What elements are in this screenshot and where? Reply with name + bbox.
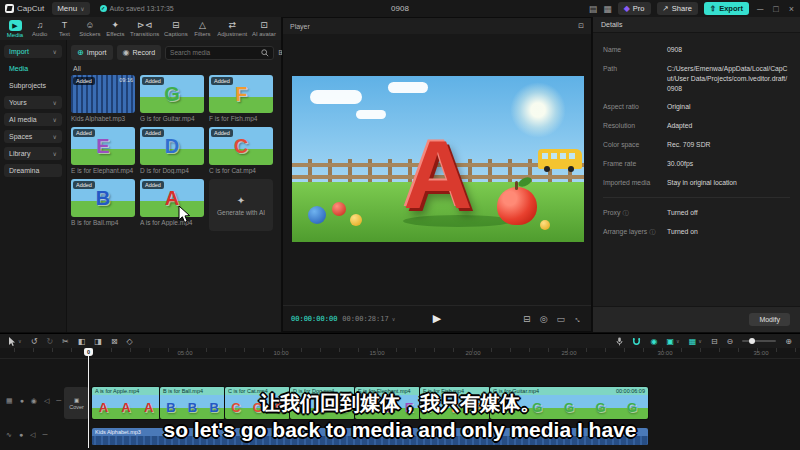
tab-audio[interactable]: ♫ Audio <box>30 17 50 40</box>
export-button[interactable]: ⇧ Export <box>704 2 749 15</box>
layout-preset-icon[interactable]: ▤ <box>589 4 598 14</box>
media-item-c-cat[interactable]: Added C C is for Cat.mp4 <box>209 127 273 174</box>
zoom-in-icon[interactable]: ⊕ <box>785 337 792 346</box>
sidebar-item-library[interactable]: Library ∨ <box>4 147 62 160</box>
filter-all-label[interactable]: All <box>67 63 281 75</box>
clip-a-apple[interactable]: A is for Apple.mp4 A A A <box>92 387 160 419</box>
lock-icon[interactable]: ● <box>20 397 24 405</box>
tab-ai-avatar[interactable]: ⊡ AI avatar <box>252 17 276 40</box>
display-monitor-icon[interactable]: ⊟ <box>711 337 718 346</box>
tab-adjustment[interactable]: ⇄ Adjustment <box>217 17 247 40</box>
media-item-f-fish[interactable]: Added F F is for Fish.mp4 <box>209 75 273 122</box>
tab-stickers[interactable]: ☺ Stickers <box>79 17 100 40</box>
capcut-window: CapCut Menu ∨ ✓ Auto saved 13:17:35 0908… <box>0 0 800 450</box>
close-button[interactable]: × <box>787 4 796 14</box>
tab-captions[interactable]: ⊟ Captions <box>164 17 188 40</box>
modify-button[interactable]: Modify <box>749 313 790 326</box>
media-item-b-ball[interactable]: Added B B is for Ball.mp4 <box>71 179 135 231</box>
minimize-button[interactable]: ─ <box>755 4 765 14</box>
playhead-handle[interactable]: 0 <box>84 348 93 356</box>
lock-icon[interactable]: ● <box>19 431 23 439</box>
collapse-icon[interactable]: ─ <box>56 397 61 405</box>
media-item-e-elephant[interactable]: Added E E is for Elephant.mp4 <box>71 127 135 174</box>
sidebar-item-dreamina[interactable]: Dreamina <box>4 164 62 177</box>
menu-button[interactable]: Menu ∨ <box>52 2 89 15</box>
video-track-header: ▦ ● ◉ ◁ ─ <box>6 397 61 405</box>
delete-right-icon[interactable]: ◨ <box>94 337 102 346</box>
generate-ai-label: Generate with AI <box>217 209 265 216</box>
clip-b-ball[interactable]: B is for Ball.mp4 B B B <box>160 387 225 419</box>
tab-transitions[interactable]: ⊳⊲ Transitions <box>130 17 159 40</box>
timeline-ruler[interactable]: 05:00 10:00 15:00 20:00 25:00 30:00 35:0… <box>0 348 800 359</box>
pro-button[interactable]: ◆ Pro <box>618 2 651 15</box>
collapse-icon[interactable]: ─ <box>43 431 48 439</box>
import-button[interactable]: ⊕ Import <box>71 45 113 60</box>
duration-options-icon[interactable]: ∨ <box>392 316 396 322</box>
tab-media[interactable]: ▶ Media <box>5 17 25 40</box>
share-button[interactable]: ↗ Share <box>657 2 698 15</box>
media-item-d-dog[interactable]: Added D D is for Dog.mp4 <box>140 127 204 174</box>
sidebar-item-subprojects[interactable]: Subprojects <box>4 79 62 92</box>
panel-layout-icon[interactable]: ▦ <box>603 4 612 14</box>
sidebar-item-media[interactable]: Media <box>4 62 62 75</box>
tab-filters[interactable]: △ Filters <box>192 17 212 40</box>
play-button[interactable]: ▶ <box>433 312 441 325</box>
clip-letter: G <box>596 401 606 414</box>
marker-icon[interactable]: ◇ <box>127 337 133 346</box>
media-item-g-guitar[interactable]: Added G G is for Guitar.mp4 <box>140 75 204 122</box>
fullscreen-icon[interactable]: ↔ <box>572 312 585 325</box>
tab-effects[interactable]: ✦ Effects <box>105 17 125 40</box>
delete-left-icon[interactable]: ◧ <box>78 337 86 346</box>
playhead[interactable] <box>88 348 89 448</box>
info-icon[interactable]: ⓘ <box>649 229 655 235</box>
hide-track-icon[interactable]: ◉ <box>31 397 37 405</box>
undo-icon[interactable]: ↺ <box>31 337 38 346</box>
media-sidebar: Import ∨ Media Subprojects Yours ∨ AI me… <box>0 40 66 332</box>
audio-track-icon[interactable]: ∿ <box>6 431 12 439</box>
detail-value: Original <box>667 102 690 112</box>
search-input[interactable] <box>170 49 258 56</box>
zoom-out-icon[interactable]: ⊖ <box>727 337 734 346</box>
cover-button[interactable]: ▣ Cover <box>64 387 89 419</box>
snap-glyph: ▣ <box>666 337 674 346</box>
info-icon[interactable]: ⓘ <box>622 210 628 216</box>
media-item-kids-alphabet[interactable]: Added 09:16 Kids Alphabet.mp3 <box>71 75 135 122</box>
sidebar-label: Dreamina <box>9 167 39 174</box>
sidebar-item-yours[interactable]: Yours ∨ <box>4 96 62 109</box>
redo-icon[interactable]: ↻ <box>46 337 53 346</box>
select-tool-icon[interactable]: ∨ <box>9 337 22 346</box>
link-icon[interactable]: ◉ <box>650 337 657 346</box>
record-button[interactable]: ◉ Record <box>117 45 162 60</box>
audio-clip-name: Kids Alphabet.mp3 <box>95 429 141 435</box>
sidebar-item-spaces[interactable]: Spaces ∨ <box>4 130 62 143</box>
snap-settings-icon[interactable]: ▣∨ <box>666 337 679 346</box>
mute-track-icon[interactable]: ◁ <box>44 397 49 405</box>
sidebar-label: Media <box>9 65 28 72</box>
display-mode-icon[interactable]: ⊟ <box>523 314 531 324</box>
duration-label: 09:16 <box>119 77 133 83</box>
ratio-icon[interactable]: ▭ <box>556 314 565 324</box>
mute-track-icon[interactable]: ◁ <box>30 431 35 439</box>
maximize-button[interactable]: □ <box>771 4 780 14</box>
voiceover-mic-icon[interactable] <box>616 337 623 346</box>
zoom-knob[interactable] <box>749 338 755 344</box>
media-item-name: Kids Alphabet.mp3 <box>71 115 135 122</box>
record-label: Record <box>133 49 156 56</box>
sidebar-item-import[interactable]: Import ∨ <box>4 45 62 58</box>
generate-with-ai-tile[interactable]: ✦ Generate with AI <box>209 179 273 231</box>
player-expand-icon[interactable]: ⊡ <box>578 22 584 30</box>
frame-focus-icon[interactable]: ◎ <box>540 314 548 324</box>
timeline-zoom-slider[interactable] <box>742 340 776 342</box>
split-icon[interactable]: ✂ <box>62 337 69 346</box>
search-box[interactable] <box>165 46 274 60</box>
tab-label: Adjustment <box>217 31 247 37</box>
video-preview[interactable]: A <box>292 76 584 242</box>
letter-art: F <box>235 84 247 104</box>
preview-quality-icon[interactable]: ▦∨ <box>689 337 702 346</box>
delete-icon[interactable]: ⊠ <box>111 337 118 346</box>
track-options-icon[interactable]: ▦ <box>6 397 13 405</box>
tab-text[interactable]: T Text <box>55 17 75 40</box>
media-item-a-apple[interactable]: Added A A is for Apple.mp4 <box>140 179 204 231</box>
magnet-icon[interactable] <box>632 337 641 346</box>
sidebar-item-ai-media[interactable]: AI media ∨ <box>4 113 62 126</box>
